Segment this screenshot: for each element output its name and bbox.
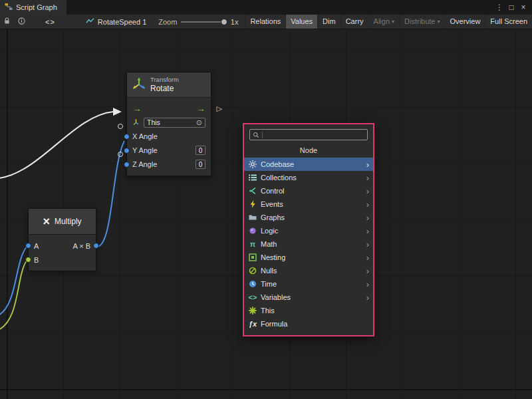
finder-item-time[interactable]: Time › — [244, 277, 373, 291]
formula-icon: ƒx — [248, 320, 257, 329]
more-options-button[interactable]: ⋮ — [493, 0, 505, 15]
node-category: Transform — [150, 76, 179, 84]
chevron-right-icon: › — [366, 187, 369, 196]
finder-item-collections[interactable]: Collections › — [244, 171, 373, 184]
search-input[interactable] — [265, 130, 364, 139]
node-title: Rotate — [150, 84, 179, 94]
zoom-value: 1x — [231, 18, 239, 26]
port-x-angle[interactable] — [124, 134, 130, 140]
node-title: Multiply — [55, 217, 82, 226]
object-picker-icon[interactable]: ⊙ — [196, 119, 202, 126]
input-a-row: A A × B — [29, 239, 96, 253]
port-output[interactable] — [93, 243, 99, 249]
this-row: This ⊙ — [127, 116, 211, 130]
flow-input-icon[interactable]: → — [132, 104, 142, 113]
info-button[interactable] — [14, 15, 29, 29]
code-preview-button[interactable]: <> — [41, 15, 59, 29]
item-label: Nesting — [261, 253, 285, 261]
dropdown-arrow-icon: ▾ — [392, 15, 394, 29]
node-multiply[interactable]: × Multiply A A × B B — [28, 208, 96, 271]
graph-canvas[interactable]: Transform Rotate → → ▷ This ⊙ X — [0, 29, 532, 399]
fuzzy-finder: Node Codebase › Collections › Control › … — [243, 123, 374, 336]
node-body: → → ▷ This ⊙ X Angle Y Angle 0 — [127, 98, 211, 176]
overview-button[interactable]: Overview — [445, 15, 485, 29]
list-icon — [248, 174, 257, 182]
chevron-right-icon: › — [366, 293, 369, 302]
clock-icon — [248, 280, 257, 289]
window-controls: ⋮ □ × — [493, 0, 532, 15]
output-label: A × B — [72, 242, 90, 250]
finder-item-math[interactable]: π Math › — [244, 237, 373, 251]
info-icon — [18, 17, 25, 26]
finder-item-this[interactable]: This — [244, 304, 373, 317]
finder-item-events[interactable]: Events › — [244, 198, 373, 211]
z-angle-input[interactable]: 0 — [196, 160, 205, 169]
y-angle-label: Y Angle — [132, 146, 158, 154]
origin-axis-horizontal — [0, 389, 532, 390]
lock-icon — [4, 17, 10, 26]
finder-item-graphs[interactable]: Graphs › — [244, 211, 373, 224]
zoom-slider[interactable] — [181, 15, 226, 29]
align-dropdown[interactable]: Align▾ — [368, 15, 399, 29]
finder-item-nesting[interactable]: Nesting › — [244, 251, 373, 264]
x-angle-label: X Angle — [132, 132, 158, 140]
this-object-field[interactable]: This ⊙ — [144, 118, 205, 128]
this-field-value: This — [147, 118, 160, 126]
y-angle-input[interactable]: 0 — [196, 146, 205, 155]
zoom-slider-handle[interactable] — [221, 19, 227, 25]
search-divider — [262, 132, 263, 138]
finder-list: Codebase › Collections › Control › Event… — [244, 158, 373, 335]
branch-icon — [248, 187, 257, 196]
transform-icon — [132, 77, 146, 92]
port-y-angle[interactable] — [124, 148, 130, 154]
distribute-dropdown[interactable]: Distribute▾ — [399, 15, 444, 29]
graph-breadcrumb[interactable]: RotateSpeed 1 — [86, 17, 146, 26]
flow-row: → → ▷ — [127, 102, 211, 116]
a-label: A — [34, 242, 39, 250]
port-z-angle[interactable] — [124, 162, 130, 168]
zoom-slider-track — [181, 21, 226, 23]
chevron-right-icon: › — [366, 267, 369, 275]
chevron-right-icon: › — [366, 240, 369, 249]
tab-script-graph[interactable]: Script Graph — [0, 0, 66, 15]
title-bar: Script Graph ⋮ □ × — [0, 0, 532, 15]
finder-item-nulls[interactable]: Nulls › — [244, 264, 373, 277]
finder-item-codebase[interactable]: Codebase › — [244, 158, 373, 171]
chevron-right-icon: › — [366, 213, 369, 222]
graph-name: RotateSpeed 1 — [98, 18, 146, 26]
finder-search-field[interactable] — [249, 129, 368, 140]
y-angle-row: Y Angle 0 — [127, 144, 211, 158]
folder-icon — [248, 213, 257, 222]
z-angle-row: Z Angle 0 — [127, 158, 211, 172]
finder-item-control[interactable]: Control › — [244, 184, 373, 198]
carry-button[interactable]: Carry — [340, 15, 368, 29]
dim-button[interactable]: Dim — [317, 15, 340, 29]
node-transform-rotate[interactable]: Transform Rotate → → ▷ This ⊙ X — [126, 72, 211, 176]
port-b[interactable] — [25, 257, 31, 263]
lock-button[interactable] — [0, 15, 14, 29]
multiply-icon: × — [43, 215, 50, 227]
port-a[interactable] — [25, 243, 31, 249]
fullscreen-button[interactable]: Full Screen — [485, 15, 532, 29]
finder-item-variables[interactable]: <> Variables › — [244, 291, 373, 304]
item-label: Graphs — [261, 213, 285, 221]
relations-button[interactable]: Relations — [245, 15, 285, 29]
nesting-icon — [248, 253, 257, 262]
finder-item-formula[interactable]: ƒx Formula — [244, 317, 373, 331]
finder-item-logic[interactable]: Logic › — [244, 224, 373, 237]
maximize-button[interactable]: □ — [505, 0, 517, 15]
port-highlight-ring — [118, 152, 123, 157]
item-label: Nulls — [261, 267, 277, 275]
values-button[interactable]: Values — [285, 15, 317, 29]
toolbar-button-group: Relations Values Dim Carry Align▾ Distri… — [245, 15, 532, 29]
item-label: Formula — [261, 320, 287, 328]
flow-output-icon[interactable]: → — [196, 104, 205, 113]
node-header: × Multiply — [29, 209, 96, 235]
chevron-right-icon: › — [366, 280, 369, 289]
chevron-right-icon: › — [366, 200, 369, 209]
script-graph-icon — [5, 3, 13, 12]
star-icon — [248, 307, 257, 315]
close-button[interactable]: × — [517, 0, 529, 15]
origin-axis-vertical — [7, 29, 8, 399]
chevron-right-icon: › — [366, 253, 369, 262]
